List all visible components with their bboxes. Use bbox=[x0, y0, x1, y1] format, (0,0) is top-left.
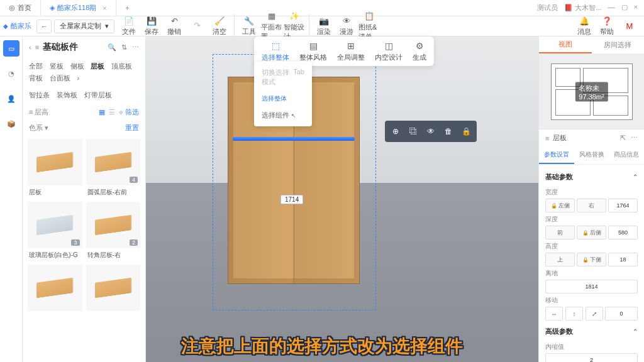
elev-label: 离地 bbox=[545, 269, 638, 278]
depth-front[interactable]: 前 bbox=[545, 226, 575, 239]
win-close[interactable]: × bbox=[634, 3, 638, 13]
app-toolbar: ◆酷家乐 ← 全屋家具定制▾ 📄文件 💾保存 ↶撤销 ↷ 🧹清空 🔧工具 ▦平面… bbox=[0, 16, 644, 36]
ctx-hide[interactable]: 👁 bbox=[423, 123, 439, 140]
3d-viewport[interactable]: 500 1714 ⬚选择整体 ▤整体风格 ⊞全局调整 ◫内空设计 ⚙生成 切换选… bbox=[146, 36, 538, 362]
tool-help[interactable]: ❓帮助 bbox=[596, 16, 618, 36]
move-input[interactable]: 0 bbox=[605, 307, 638, 321]
dropdown-header: 切换选择模式Tab bbox=[254, 64, 312, 90]
width-input[interactable]: 1764 bbox=[608, 199, 638, 212]
ctx-copy[interactable]: ⿻ bbox=[405, 123, 421, 140]
width-left-lock[interactable]: 左侧 bbox=[545, 199, 575, 212]
breadcrumb-select[interactable]: 全屋家具定制▾ bbox=[54, 19, 114, 33]
adjust-button[interactable]: ⊞全局调整 bbox=[332, 39, 370, 63]
move-z-icon[interactable]: ⤢ bbox=[586, 307, 603, 321]
category-row-1: 全部 竖板 侧板 层板 顶底板 背板 台面板 › bbox=[23, 58, 145, 87]
generate-button[interactable]: ⚙生成 bbox=[408, 39, 431, 63]
prop-tab-params[interactable]: 参数设置 bbox=[539, 146, 574, 164]
minimap-label: 名称未97.38m² bbox=[575, 82, 608, 101]
interior-button[interactable]: ◫内空设计 bbox=[370, 39, 408, 63]
depth-input[interactable]: 580 bbox=[608, 226, 638, 239]
prop-tab-info[interactable]: 商品信息 bbox=[609, 146, 644, 164]
section-basic[interactable]: 基础参数 bbox=[545, 168, 638, 185]
view-list-icon[interactable]: ☰ bbox=[109, 108, 115, 116]
filter-button[interactable]: ⟐ 筛选 bbox=[119, 107, 139, 117]
cat-item[interactable]: 竖板 bbox=[50, 60, 64, 72]
tool-app[interactable]: M bbox=[619, 16, 640, 36]
rail-hardware[interactable]: 📦 bbox=[3, 116, 19, 132]
sort-icon[interactable]: ⇅ bbox=[121, 43, 127, 52]
component-card[interactable] bbox=[86, 265, 141, 315]
height-input[interactable]: 18 bbox=[608, 253, 638, 266]
depth-back-lock[interactable]: 后侧 bbox=[577, 226, 606, 239]
right-tab-view[interactable]: 视图 bbox=[539, 36, 592, 53]
sidebar-title: 基础板件 bbox=[43, 41, 104, 53]
cat-item[interactable]: 背板 bbox=[29, 72, 43, 84]
prop-tab-style[interactable]: 风格替换 bbox=[574, 146, 609, 164]
dropdown-option-component[interactable]: 选择组件 ↖ bbox=[254, 107, 312, 124]
component-grid: 层板 4圆弧层板-右前 3玻璃层板(白色)-G 2转角层板-右 bbox=[23, 135, 145, 319]
brand-logo[interactable]: ◆酷家乐 bbox=[0, 21, 34, 31]
cat-item[interactable]: 装饰板 bbox=[57, 89, 77, 101]
video-subtitle: 注意把上面的选择方式改为选择组件 bbox=[181, 334, 463, 358]
cat-chevron[interactable]: › bbox=[77, 72, 80, 84]
tab-project[interactable]: ◈ 酷家乐118期 × bbox=[41, 0, 116, 16]
cat-item-selected[interactable]: 层板 bbox=[91, 60, 104, 72]
filter-label: ≡ 层高 bbox=[29, 107, 48, 117]
rail-profile[interactable]: 👤 bbox=[3, 90, 19, 107]
category-row-2: 智拉条 装饰板 灯带层板 bbox=[23, 87, 145, 104]
component-sidebar: ‹ ≡ 基础板件 🔍 ⇅ ⋯ 全部 竖板 侧板 层板 顶底板 背板 台面板 › … bbox=[23, 36, 146, 362]
select-mode-button[interactable]: ⬚选择整体 bbox=[257, 39, 294, 63]
component-card[interactable]: 4圆弧层板-右前 bbox=[86, 139, 141, 198]
dropdown-option-whole[interactable]: 选择整体 bbox=[254, 90, 312, 107]
cat-item[interactable]: 台面板 bbox=[50, 72, 70, 84]
ctx-delete[interactable]: 🗑 bbox=[440, 123, 457, 140]
user-chip[interactable]: 📕 大木智... bbox=[564, 3, 601, 13]
component-card[interactable]: 层板 bbox=[28, 139, 82, 198]
component-card[interactable] bbox=[28, 265, 82, 315]
search-icon[interactable]: 🔍 bbox=[108, 43, 116, 52]
elev-input[interactable]: 1814 bbox=[545, 280, 638, 293]
ctx-lock[interactable]: 🔒 bbox=[458, 123, 474, 140]
rail-materials[interactable]: ◔ bbox=[3, 65, 19, 82]
panel-expand-icon[interactable]: ⇱ bbox=[620, 134, 626, 142]
rail-components[interactable]: ▭ bbox=[3, 40, 19, 57]
panel-menu-icon[interactable]: ≡ bbox=[545, 134, 549, 142]
status-text: 测试员 bbox=[537, 3, 558, 13]
component-card[interactable]: 2转角层板-右 bbox=[86, 202, 141, 261]
sidebar-menu-icon[interactable]: ≡ bbox=[35, 43, 39, 51]
tab-home[interactable]: ◎ 首页 bbox=[0, 0, 41, 16]
tool-msg[interactable]: 🔔消息 bbox=[574, 16, 595, 36]
ctx-add[interactable]: ⊕ bbox=[387, 123, 404, 140]
more-icon[interactable]: ⋯ bbox=[132, 43, 139, 52]
section-advanced[interactable]: 高级参数 bbox=[545, 323, 638, 340]
inner-input[interactable]: 2 bbox=[545, 353, 638, 362]
component-card[interactable]: 3玻璃层板(白色)-G bbox=[28, 202, 82, 261]
cat-item[interactable]: 智拉条 bbox=[29, 89, 50, 101]
height-label: 高度 bbox=[545, 242, 638, 251]
right-tab-room[interactable]: 房间选择 bbox=[592, 36, 645, 53]
panel-more-icon[interactable]: ⋯ bbox=[631, 134, 638, 142]
color-select[interactable]: 色系 ▾ bbox=[29, 123, 48, 133]
height-top[interactable]: 上 bbox=[545, 253, 575, 266]
nav-back-button[interactable]: ← bbox=[36, 19, 52, 33]
win-max[interactable]: ▢ bbox=[621, 3, 628, 13]
cat-item[interactable]: 顶底板 bbox=[111, 60, 132, 72]
move-x-icon[interactable]: ↔ bbox=[545, 307, 563, 321]
context-toolbar: ⊕ ⿻ 👁 🗑 🔒 bbox=[385, 121, 477, 142]
sidebar-back[interactable]: ‹ bbox=[29, 43, 31, 51]
height-bottom-lock[interactable]: 下侧 bbox=[577, 253, 606, 266]
reset-button[interactable]: 重置 bbox=[125, 123, 139, 133]
width-right[interactable]: 右 bbox=[577, 199, 606, 212]
depth-label: 深度 bbox=[545, 215, 638, 224]
cat-item[interactable]: 侧板 bbox=[70, 60, 84, 72]
select-mode-dropdown: 切换选择模式Tab 选择整体 选择组件 ↖ bbox=[254, 62, 312, 126]
move-y-icon[interactable]: ↕ bbox=[565, 307, 583, 321]
cat-item[interactable]: 灯带层板 bbox=[84, 89, 112, 101]
right-panel: 视图 房间选择 名称未97.38m² ≡ 层板 ⇱⋯ 参数设置 风格替换 商品信… bbox=[538, 36, 644, 362]
cat-all[interactable]: 全部 bbox=[29, 60, 43, 72]
view-grid-icon[interactable]: ▦ bbox=[99, 108, 105, 116]
move-label: 移动 bbox=[545, 296, 638, 305]
win-min[interactable]: — bbox=[608, 3, 615, 13]
style-button[interactable]: ▤整体风格 bbox=[294, 39, 332, 63]
minimap[interactable]: 名称未97.38m² bbox=[539, 54, 644, 129]
